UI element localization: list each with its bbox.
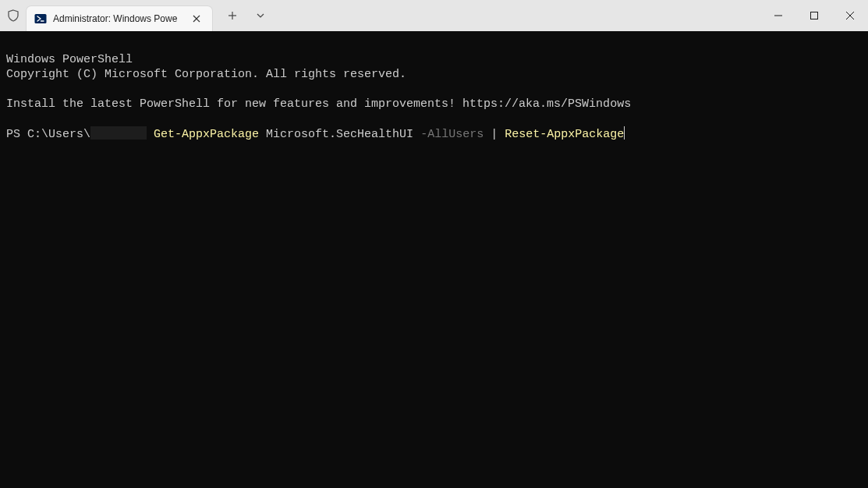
svg-rect-7 (811, 12, 818, 19)
redacted-username (90, 126, 147, 140)
powershell-icon (34, 12, 47, 25)
plus-icon (228, 11, 237, 20)
close-icon (193, 15, 200, 23)
minimize-button[interactable] (760, 0, 796, 31)
new-tab-button[interactable] (218, 5, 246, 27)
prompt-suffix (147, 128, 154, 141)
tab-title: Administrator: Windows Powe (53, 13, 186, 24)
banner-line: Install the latest PowerShell for new fe… (6, 97, 631, 111)
banner-line: Windows PowerShell (6, 53, 133, 66)
cmd-param: -AllUsers (420, 128, 484, 141)
cmdlet-get: Get-AppxPackage (154, 128, 259, 141)
prompt-line: PS C:\Users\ Get-AppxPackage Microsoft.S… (6, 128, 625, 141)
text-cursor (624, 126, 625, 140)
close-icon (846, 12, 854, 19)
tab-dropdown-button[interactable] (246, 5, 275, 27)
maximize-button[interactable] (796, 0, 832, 31)
admin-shield-icon (0, 9, 27, 22)
cmdlet-reset: Reset-AppxPackage (505, 128, 624, 141)
terminal-output[interactable]: Windows PowerShell Copyright (C) Microso… (0, 31, 868, 488)
window-controls (760, 0, 868, 31)
tab-close-button[interactable] (189, 11, 204, 27)
tab-powershell[interactable]: Administrator: Windows Powe (27, 6, 212, 31)
minimize-icon (774, 12, 782, 19)
banner-line: Copyright (C) Microsoft Corporation. All… (6, 68, 406, 81)
close-window-button[interactable] (832, 0, 868, 31)
titlebar: Administrator: Windows Powe (0, 0, 868, 31)
titlebar-left: Administrator: Windows Powe (0, 0, 760, 31)
prompt-prefix: PS C:\Users\ (6, 128, 90, 141)
chevron-down-icon (256, 11, 265, 20)
maximize-icon (810, 12, 818, 19)
cmd-pipe: | (484, 128, 505, 141)
cmd-arg: Microsoft.SecHealthUI (259, 128, 420, 141)
